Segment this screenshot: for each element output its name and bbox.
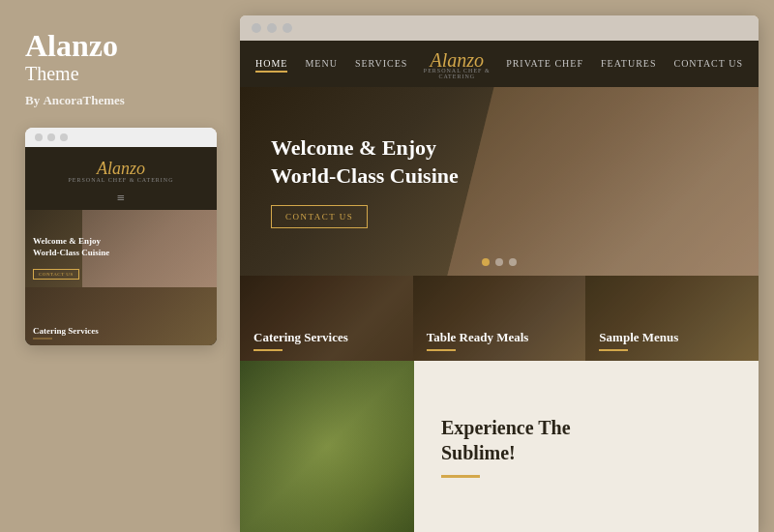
service-sample-menus[interactable]: Sample Menus bbox=[585, 276, 759, 361]
bottom-text: Experience TheSublime! bbox=[414, 361, 759, 532]
theme-title: Alanzo Theme bbox=[25, 29, 215, 93]
hero-section: Welcome & EnjoyWorld-Class Cuisine CONTA… bbox=[240, 87, 759, 276]
site-logo: Alanzo Personal Chef & Catering bbox=[407, 49, 506, 79]
mobile-catering-bg bbox=[25, 287, 217, 345]
bottom-heading: Experience TheSublime! bbox=[441, 415, 731, 465]
nav-contact[interactable]: CONTACT US bbox=[673, 58, 743, 71]
hero-title: Welcome & EnjoyWorld-Class Cuisine bbox=[271, 134, 459, 190]
mobile-contact-button[interactable]: CONTACT US bbox=[33, 269, 79, 280]
mobile-catering-section: Catering Services bbox=[25, 287, 217, 345]
service-menus-content: Sample Menus bbox=[599, 330, 678, 351]
mobile-titlebar bbox=[25, 128, 217, 147]
contact-us-button[interactable]: CONTACT US bbox=[271, 205, 368, 228]
browser-dot-2 bbox=[267, 23, 277, 33]
service-table-underline bbox=[427, 349, 456, 351]
mobile-dot-3 bbox=[60, 133, 68, 141]
browser-preview: HOME MENU SERVICES Alanzo Personal Chef … bbox=[240, 15, 759, 532]
nav-home[interactable]: HOME bbox=[255, 58, 287, 71]
mobile-content: Alanzo Personal Chef & Catering ≡ Welcom… bbox=[25, 147, 217, 345]
mobile-preview: Alanzo Personal Chef & Catering ≡ Welcom… bbox=[25, 128, 217, 345]
nav-links-left: HOME MENU SERVICES bbox=[255, 58, 407, 71]
nav-menu[interactable]: MENU bbox=[305, 58, 337, 71]
by-label: By AncoraThemes bbox=[25, 93, 215, 108]
mobile-dot-2 bbox=[47, 133, 55, 141]
mobile-logo: Alanzo Personal Chef & Catering bbox=[25, 147, 217, 187]
left-panel: Alanzo Theme By AncoraThemes Alanzo Pers… bbox=[0, 0, 240, 532]
service-table-content: Table Ready Meals bbox=[427, 330, 529, 351]
service-catering[interactable]: Catering Services bbox=[240, 276, 413, 361]
bottom-food-image bbox=[240, 361, 414, 532]
hero-content: Welcome & EnjoyWorld-Class Cuisine CONTA… bbox=[240, 134, 490, 228]
bottom-img-overlay bbox=[240, 361, 414, 532]
site-nav: HOME MENU SERVICES Alanzo Personal Chef … bbox=[240, 41, 759, 87]
nav-private-chef[interactable]: PRIVATE CHEF bbox=[506, 58, 583, 71]
bottom-section: Experience TheSublime! bbox=[240, 361, 759, 532]
hero-overlay bbox=[447, 87, 759, 276]
browser-content: HOME MENU SERVICES Alanzo Personal Chef … bbox=[240, 41, 759, 532]
nav-links-right: PRIVATE CHEF FEATURES CONTACT US bbox=[506, 58, 743, 71]
service-catering-underline bbox=[253, 349, 283, 351]
service-menus-underline bbox=[599, 349, 628, 351]
nav-services[interactable]: SERVICES bbox=[355, 58, 407, 71]
nav-features[interactable]: FEATURES bbox=[601, 58, 656, 71]
mobile-hero-text: Welcome & EnjoyWorld-Class Cuisine CONTA… bbox=[33, 236, 109, 280]
services-strip: Catering Services Table Ready Meals Samp… bbox=[240, 276, 759, 361]
hero-dot-3[interactable] bbox=[509, 258, 517, 266]
mobile-dot-1 bbox=[35, 133, 43, 141]
mobile-hero: Welcome & EnjoyWorld-Class Cuisine CONTA… bbox=[25, 210, 217, 287]
hero-dots bbox=[482, 258, 517, 266]
browser-titlebar bbox=[240, 15, 759, 41]
bottom-underline bbox=[441, 475, 480, 478]
service-table-ready[interactable]: Table Ready Meals bbox=[413, 276, 586, 361]
service-catering-content: Catering Services bbox=[253, 330, 348, 351]
hamburger-icon[interactable]: ≡ bbox=[25, 187, 217, 210]
hero-dot-2[interactable] bbox=[495, 258, 503, 266]
browser-dot-3 bbox=[283, 23, 292, 33]
hero-dot-1[interactable] bbox=[482, 258, 490, 266]
browser-dot-1 bbox=[252, 23, 261, 33]
